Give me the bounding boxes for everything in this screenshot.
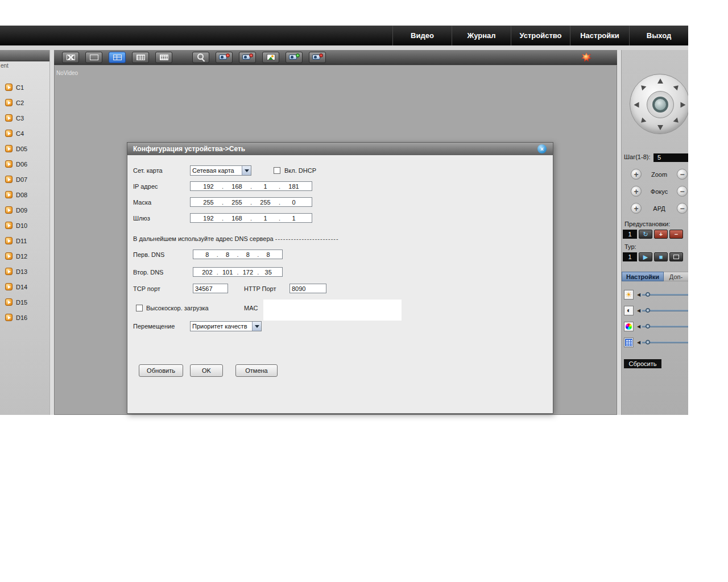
sidebar-item-channel-d06[interactable]: D06 (0, 156, 49, 172)
mask-field[interactable]: 255.255.255.0 (190, 197, 312, 207)
view-16-icon[interactable] (155, 52, 172, 63)
channel-label: D08 (16, 192, 27, 198)
iris-minus-icon[interactable]: − (677, 203, 688, 214)
slider-left-arrow-icon[interactable]: ◀ (637, 308, 640, 313)
sidebar-item-channel-d05[interactable]: D05 (0, 141, 49, 156)
tab-settings[interactable]: Настройки (622, 272, 664, 281)
sidebar-item-channel-c3[interactable]: C3 (0, 110, 49, 126)
presets-label: Предустановки: (624, 221, 670, 227)
ptz-up-right-icon[interactable] (673, 83, 681, 91)
contrast-slider-thumb[interactable] (646, 308, 650, 313)
reset-button[interactable]: Сбросить (624, 359, 661, 368)
view-9-icon[interactable] (132, 52, 149, 63)
dns2-field[interactable]: 202.101.172.35 (193, 267, 283, 277)
ptz-down-icon[interactable] (656, 123, 664, 131)
tcp-port-field[interactable]: 34567 (193, 284, 228, 293)
ok-button[interactable]: OK (190, 364, 223, 377)
sidebar-item-channel-d07[interactable]: D07 (0, 172, 49, 187)
http-port-field[interactable]: 8090 (289, 284, 326, 293)
hue-slider-thumb[interactable] (646, 340, 650, 344)
sidebar-header (0, 50, 49, 61)
fullscreen-icon[interactable] (62, 52, 79, 63)
ptz-up-left-icon[interactable] (639, 83, 647, 91)
preset-goto-icon[interactable]: ↻ (639, 230, 652, 239)
slider-left-arrow-icon[interactable]: ◀ (637, 292, 640, 297)
menu-item-journal[interactable]: Журнал (452, 26, 511, 45)
focus-minus-icon[interactable]: − (677, 186, 688, 197)
contrast-slider-track[interactable] (642, 310, 688, 311)
slider-left-arrow-icon[interactable]: ◀ (637, 340, 640, 345)
net-card-select[interactable]: Сетевая карта (190, 165, 251, 176)
grid-glyph-icon (673, 255, 679, 259)
ptz-down-right-icon[interactable] (673, 117, 681, 125)
sidebar-item-channel-d11[interactable]: D11 (0, 233, 49, 248)
tab-advanced[interactable]: Доп- (664, 272, 688, 281)
close-icon[interactable]: × (537, 144, 547, 153)
view-4-icon[interactable] (109, 52, 126, 63)
tcp-port-label: TCP порт (133, 284, 160, 294)
sidebar-item-channel-c2[interactable]: C2 (0, 95, 49, 110)
chevron-down-icon[interactable] (242, 166, 251, 175)
ptz-wheel (630, 74, 688, 134)
menu-item-video[interactable]: Видео (392, 26, 452, 45)
ptz-up-icon[interactable] (656, 77, 664, 85)
ip-field[interactable]: 192.168.1.181 (190, 181, 312, 191)
dhcp-checkbox[interactable] (274, 167, 280, 174)
tour-stop-icon[interactable]: ■ (654, 252, 668, 261)
menu-item-device[interactable]: Устройство (511, 26, 570, 45)
brightness-slider-row: ◀ (624, 286, 688, 302)
dns1-label: Перв. DNS (133, 250, 164, 260)
tour-play-icon[interactable]: ▶ (639, 252, 652, 261)
mac-field[interactable] (263, 300, 402, 321)
step-value-field[interactable]: 5 (653, 153, 688, 162)
ptz-down-left-icon[interactable] (639, 117, 647, 125)
sidebar-item-channel-c1[interactable]: C1 (0, 80, 49, 95)
slider-left-arrow-icon[interactable]: ◀ (637, 324, 640, 329)
sidebar-item-channel-d13[interactable]: D13 (0, 264, 49, 279)
sidebar-item-channel-d12[interactable]: D12 (0, 248, 49, 264)
chevron-down-icon[interactable] (252, 322, 261, 331)
saturation-slider-thumb[interactable] (646, 324, 650, 329)
refresh-button[interactable]: Обновить (139, 364, 183, 377)
tour-number-field[interactable]: 1 (623, 252, 637, 261)
sidebar-item-channel-d14[interactable]: D14 (0, 279, 49, 294)
view-1-icon[interactable] (85, 52, 102, 63)
ptz-center-button[interactable] (647, 91, 674, 118)
start-all-video-icon[interactable] (286, 52, 303, 63)
sidebar-item-channel-d15[interactable]: D15 (0, 294, 49, 310)
right-divider (617, 50, 621, 415)
gateway-field[interactable]: 192.168.1.1 (190, 213, 312, 223)
play-icon (5, 114, 13, 122)
start-record-icon[interactable] (216, 52, 233, 63)
sidebar-item-channel-d08[interactable]: D08 (0, 187, 49, 202)
ptz-left-icon[interactable] (632, 101, 640, 109)
sidebar-item-channel-d10[interactable]: D10 (0, 218, 49, 233)
alarm-splash-icon (581, 52, 592, 63)
stop-all-video-icon[interactable] (309, 52, 326, 63)
preset-add-icon[interactable]: + (654, 230, 668, 239)
dns1-field[interactable]: 8.8.8.8 (193, 250, 283, 259)
saturation-slider-track[interactable] (642, 326, 688, 327)
zoom-icon[interactable] (192, 52, 209, 63)
highspeed-checkbox[interactable] (136, 305, 143, 311)
sidebar-item-channel-c4[interactable]: C4 (0, 126, 49, 141)
alarm-icon[interactable] (580, 52, 593, 63)
brightness-slider-track[interactable] (642, 294, 688, 296)
cancel-button[interactable]: Отмена (235, 364, 278, 377)
tour-grid-icon[interactable] (669, 252, 683, 261)
snapshot-icon[interactable] (262, 52, 279, 63)
dialog-titlebar[interactable]: Конфигурация устройства->Сеть (127, 143, 553, 155)
stop-record-icon[interactable] (239, 52, 256, 63)
hue-slider-track[interactable] (642, 342, 688, 343)
brightness-slider-thumb[interactable] (646, 292, 650, 297)
menu-item-exit[interactable]: Выход (629, 26, 688, 45)
preset-number-field[interactable]: 1 (623, 230, 637, 239)
zoom-minus-icon[interactable]: − (677, 169, 688, 180)
sidebar-item-channel-d16[interactable]: D16 (0, 310, 49, 325)
transfer-select[interactable]: Приоритет качеств (190, 321, 262, 331)
octet-value: 8 (259, 251, 278, 258)
preset-remove-icon[interactable]: − (669, 230, 683, 239)
sidebar-item-channel-d09[interactable]: D09 (0, 202, 49, 218)
menu-item-settings[interactable]: Настройки (570, 26, 629, 45)
ptz-right-icon[interactable] (679, 101, 687, 109)
